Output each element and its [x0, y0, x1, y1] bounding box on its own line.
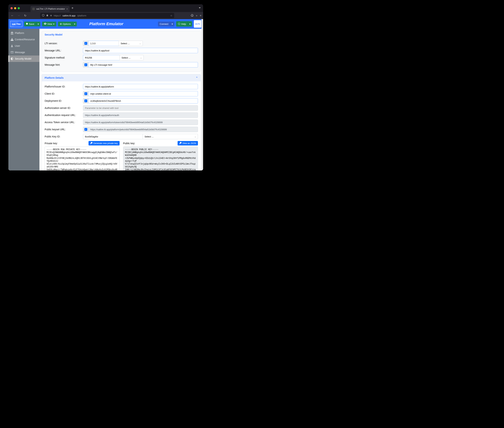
- svg-point-0: [11, 45, 12, 46]
- issuer-label: Platform/Issuer ID:: [45, 85, 83, 88]
- sig-method-input[interactable]: [83, 55, 120, 60]
- nav-label: Security Model: [15, 57, 31, 60]
- generate-key-button[interactable]: Generate new private key: [89, 141, 120, 146]
- save-dropdown-button[interactable]: ▾: [36, 22, 40, 26]
- client-id-input[interactable]: [88, 91, 198, 96]
- titlebar: saLTIre: LTI Platform emulator × +: [8, 4, 203, 12]
- deploy-id-input[interactable]: [88, 98, 198, 104]
- save-button[interactable]: Save: [24, 22, 36, 26]
- nav-label: Platform: [15, 32, 24, 34]
- token-url-label: Access Token service URL:: [45, 121, 83, 124]
- help-dropdown-button[interactable]: ▾: [188, 21, 192, 27]
- message-hint-input[interactable]: [88, 62, 198, 67]
- private-key-textarea[interactable]: [45, 147, 120, 171]
- forward-button[interactable]: →: [17, 14, 21, 17]
- browser-window: saLTIre: LTI Platform emulator × + ← → ↻…: [8, 4, 203, 171]
- url-field[interactable]: ⚙ https://saltire.lti.app/platform ☆: [40, 13, 174, 18]
- sitemap-icon: [10, 38, 13, 41]
- connect-dropdown-button[interactable]: ▾: [170, 22, 174, 26]
- keyset-checkbox[interactable]: ✓: [83, 127, 88, 132]
- options-button[interactable]: ⚙ Options: [58, 22, 73, 26]
- platform-details-header[interactable]: Platform Details ⌃: [42, 74, 201, 81]
- celtic-logo[interactable]: ceLTIc: [194, 20, 201, 28]
- extensions-icon[interactable]: [190, 14, 193, 17]
- key-icon: [90, 142, 92, 145]
- sig-method-label: Signature method:: [45, 56, 83, 59]
- url-path: /platform: [77, 14, 86, 17]
- lti-version-checkbox[interactable]: ✓: [83, 41, 88, 46]
- overflow-chevrons-icon[interactable]: »: [196, 14, 197, 17]
- gear-icon: ⚙: [60, 23, 62, 25]
- message-hint-checkbox[interactable]: ✓: [83, 62, 88, 67]
- message-url-label: Message URL:: [45, 49, 83, 52]
- keyset-url-label: Public keyset URL:: [45, 128, 83, 131]
- sidebar-item-message[interactable]: Message: [8, 49, 40, 56]
- lti-version-select[interactable]: Select ... ⌄: [119, 41, 143, 46]
- app-menu-button[interactable]: ≡: [200, 14, 201, 17]
- deploy-id-checkbox[interactable]: ✓: [83, 98, 88, 104]
- url-host: saltire.lti.app: [62, 14, 75, 17]
- lti-version-label: LTI version:: [45, 42, 83, 45]
- auth-server-label: Authorization server ID:: [45, 107, 83, 109]
- key-id-label: Public Key ID:: [45, 135, 83, 138]
- auth-req-input: [83, 112, 198, 118]
- client-id-label: Client ID:: [45, 92, 83, 95]
- envelope-icon: [10, 51, 13, 53]
- bookmark-star-icon[interactable]: ☆: [170, 14, 172, 17]
- help-button[interactable]: ⓘ Help: [176, 21, 188, 27]
- options-dropdown-button[interactable]: ▾: [73, 22, 77, 26]
- view-button[interactable]: View ▾: [42, 22, 56, 26]
- browser-tab[interactable]: saLTIre: LTI Platform emulator ×: [31, 6, 70, 12]
- auth-req-label: Authentication request URL:: [45, 114, 83, 116]
- deploy-id-label: Deployment ID:: [45, 99, 83, 102]
- public-key-textarea: [123, 147, 198, 171]
- sidebar-item-platform[interactable]: Platform: [8, 30, 40, 36]
- view-json-button[interactable]: View as JSON: [178, 141, 198, 146]
- shield-icon: [42, 14, 44, 17]
- new-tab-button[interactable]: +: [71, 6, 74, 10]
- chevron-down-icon: ▾: [53, 23, 54, 25]
- client-id-checkbox[interactable]: ✓: [83, 91, 88, 96]
- permissions-icon[interactable]: ⚙: [50, 15, 52, 17]
- user-icon: [10, 45, 13, 47]
- key-id-select[interactable]: Select ... ⌄: [143, 134, 198, 139]
- message-url-input[interactable]: [83, 48, 198, 53]
- main-panel: Security Model LTI version: ✓ Select ...: [40, 29, 203, 171]
- chevron-down-icon: ⌄: [195, 136, 196, 138]
- bank-icon: [10, 32, 13, 34]
- nav-label: Context/Resource: [15, 38, 35, 41]
- security-model-card: Security Model LTI version: ✓ Select ...: [41, 31, 201, 72]
- eye-icon: [44, 23, 46, 25]
- sidebar-item-context[interactable]: Context/Resource: [8, 36, 40, 43]
- close-window-button[interactable]: [10, 7, 13, 9]
- sig-method-select[interactable]: Select ... ⌄: [120, 55, 144, 60]
- maximize-window-button[interactable]: [18, 7, 20, 9]
- chevron-down-icon: ⌄: [140, 57, 142, 59]
- sidebar-item-user[interactable]: User: [8, 43, 40, 49]
- traffic-lights: [10, 7, 20, 9]
- page-content: saLTIre Save ▾ View ▾ ⚙ Options: [8, 19, 203, 171]
- key-icon: [179, 142, 182, 145]
- tabs-dropdown-button[interactable]: [198, 7, 201, 10]
- shield-icon: [10, 58, 13, 60]
- app-header: saLTIre Save ▾ View ▾ ⚙ Options: [8, 19, 203, 29]
- issuer-input[interactable]: [83, 84, 198, 89]
- minimize-window-button[interactable]: [14, 7, 16, 9]
- page-title: Platform Emulator: [89, 22, 123, 26]
- token-url-input: [83, 120, 198, 125]
- auth-server-input: [83, 105, 198, 111]
- key-id-input[interactable]: [83, 134, 143, 139]
- lti-version-input[interactable]: [88, 41, 119, 46]
- sidebar-item-security[interactable]: Security Model: [8, 56, 40, 62]
- public-key-label: Public key:: [123, 142, 135, 145]
- back-button[interactable]: ←: [10, 14, 15, 17]
- connect-button[interactable]: Connect: [158, 22, 170, 26]
- favicon-icon: [32, 8, 35, 10]
- nav-label: Message: [15, 51, 25, 54]
- sidebar: Platform Context/Resource User Message S…: [8, 29, 40, 171]
- close-tab-button[interactable]: ×: [66, 8, 68, 10]
- platform-details-card: Platform Details ⌃ Platform/Issuer ID: C…: [41, 74, 201, 171]
- reload-button[interactable]: ↻: [23, 14, 27, 17]
- url-protocol: https://: [54, 14, 61, 17]
- scrollbar[interactable]: [201, 19, 203, 171]
